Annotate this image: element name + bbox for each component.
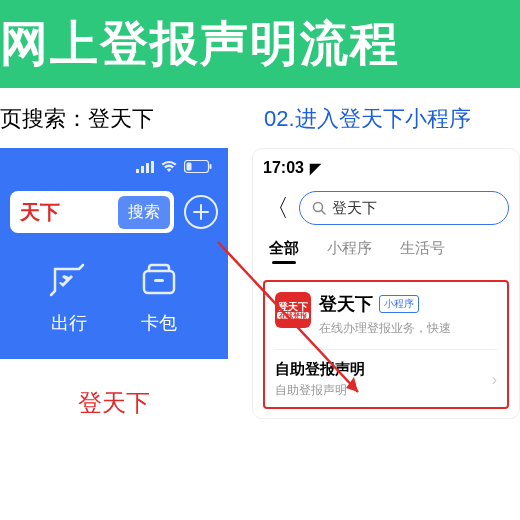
quick-icons: 出行 卡包 [10, 261, 218, 359]
search-button[interactable]: 搜索 [118, 196, 170, 229]
card-icon [139, 261, 179, 301]
subitem-desc: 自助登报声明 [275, 382, 365, 399]
svg-rect-5 [210, 164, 212, 169]
right-search-input[interactable]: 登天下 [332, 199, 377, 218]
tab-miniprogram[interactable]: 小程序 [327, 239, 372, 258]
battery-icon [184, 160, 212, 173]
app-icon-bottom: 在线登报 [277, 312, 309, 320]
result-header[interactable]: 登天下 在线登报 登天下 小程序 在线办理登报业务，快速 [275, 292, 497, 337]
left-panel: 天下 搜索 出行 卡包 登天下 [0, 148, 228, 419]
svg-rect-3 [151, 161, 154, 173]
content: 天下 搜索 出行 卡包 登天下 17:03 [0, 148, 520, 419]
travel-icon [49, 261, 89, 301]
right-search-box[interactable]: 登天下 [299, 191, 509, 225]
banner: 网上登报声明流程 [0, 0, 520, 88]
app-desc: 在线办理登报业务，快速 [319, 320, 497, 337]
banner-title: 网上登报声明流程 [0, 12, 400, 76]
time-label: 17:03 [263, 159, 304, 177]
subitem-title: 自助登报声明 [275, 360, 365, 379]
chevron-right-icon: › [492, 371, 497, 389]
svg-rect-8 [154, 279, 164, 282]
app-info: 登天下 小程序 在线办理登报业务，快速 [319, 292, 497, 337]
travel-item[interactable]: 出行 [49, 261, 89, 335]
back-button[interactable]: 〈 [263, 192, 291, 224]
svg-rect-6 [187, 163, 192, 171]
svg-line-10 [322, 211, 326, 215]
svg-rect-0 [136, 169, 139, 173]
travel-label: 出行 [51, 311, 87, 335]
app-tag: 小程序 [379, 295, 419, 313]
search-box[interactable]: 天下 搜索 [10, 191, 174, 233]
signal-icon [136, 161, 154, 173]
step-02-text: 进入登天下小程序 [295, 106, 471, 131]
app-icon: 登天下 在线登报 [275, 292, 311, 328]
tab-all[interactable]: 全部 [269, 239, 299, 258]
step-02-num: 02. [264, 106, 295, 131]
step-01-text: 页搜索：登天下 [0, 106, 154, 131]
result-subitem[interactable]: 自助登报声明 自助登报声明 › [275, 349, 497, 407]
search-result: 登天下 在线登报 登天下 小程序 在线办理登报业务，快速 自助登报声明 自助登报… [263, 280, 509, 409]
plus-icon [193, 204, 209, 220]
search-input[interactable]: 天下 [20, 199, 118, 226]
status-bar [10, 160, 218, 173]
subitem-text: 自助登报声明 自助登报声明 [275, 360, 365, 399]
search-icon [312, 201, 326, 215]
app-title: 登天下 [319, 292, 373, 316]
tab-life[interactable]: 生活号 [400, 239, 445, 258]
step-01: 页搜索：登天下 [0, 104, 256, 134]
card-label: 卡包 [141, 311, 177, 335]
location-icon: ◤ [310, 160, 321, 176]
svg-rect-2 [146, 163, 149, 173]
app-icon-top: 登天下 [278, 301, 308, 312]
right-search-row: 〈 登天下 [263, 191, 509, 225]
app-title-row: 登天下 小程序 [319, 292, 497, 316]
card-item[interactable]: 卡包 [139, 261, 179, 335]
svg-rect-1 [141, 166, 144, 173]
alipay-home: 天下 搜索 出行 卡包 [0, 148, 228, 359]
left-caption: 登天下 [0, 387, 228, 419]
steps-row: 页搜索：登天下 02.进入登天下小程序 [0, 88, 520, 148]
step-02: 02.进入登天下小程序 [256, 104, 520, 134]
search-row: 天下 搜索 [10, 191, 218, 233]
tabs: 全部 小程序 生活号 [263, 239, 509, 258]
right-status-bar: 17:03 ◤ [263, 159, 509, 177]
add-button[interactable] [184, 195, 218, 229]
right-panel: 17:03 ◤ 〈 登天下 全部 小程序 生活号 登天下 在线登报 [252, 148, 520, 419]
wifi-icon [160, 160, 178, 173]
